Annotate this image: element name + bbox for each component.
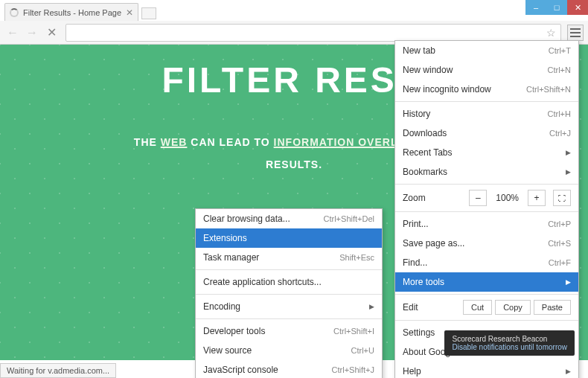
- menu-edit-row: Edit Cut Copy Paste: [395, 297, 578, 318]
- menu-separator: [395, 211, 578, 212]
- menu-separator: [196, 294, 382, 295]
- tab-close-icon[interactable]: ✕: [126, 7, 133, 18]
- menu-find[interactable]: Find...Ctrl+F: [395, 253, 578, 272]
- minimize-button[interactable]: –: [525, 0, 546, 15]
- titlebar: Filter Results - Home Page ✕ – □ ✕: [0, 0, 588, 21]
- fullscreen-button[interactable]: ⛶: [553, 190, 571, 206]
- menu-separator: [196, 269, 382, 270]
- notification-toast[interactable]: Scorecard Research Beacon Disable notifi…: [444, 330, 575, 356]
- chrome-menu-button[interactable]: [567, 25, 584, 41]
- web-link[interactable]: WEB: [161, 136, 188, 148]
- submenu-js-console[interactable]: JavaScript consoleCtrl+Shift+J: [196, 360, 382, 378]
- loading-spinner-icon: [10, 8, 19, 17]
- menu-history[interactable]: HistoryCtrl+H: [395, 104, 578, 124]
- submenu-extensions[interactable]: Extensions: [196, 228, 382, 248]
- maximize-button[interactable]: □: [546, 0, 567, 15]
- address-input[interactable]: [71, 28, 546, 38]
- menu-zoom-row: Zoom – 100% + ⛶: [395, 187, 578, 209]
- omnibox[interactable]: ☆: [65, 24, 561, 42]
- menu-recent-tabs[interactable]: Recent Tabs▶: [395, 143, 578, 162]
- chevron-right-icon: ▶: [369, 303, 374, 310]
- chrome-main-menu: New tabCtrl+T New windowCtrl+N New incog…: [394, 40, 579, 378]
- submenu-clear-data[interactable]: Clear browsing data...Ctrl+Shift+Del: [196, 209, 382, 228]
- page-subheading-line2: RESULTS.: [266, 158, 322, 170]
- zoom-in-button[interactable]: +: [528, 190, 546, 206]
- menu-separator: [395, 294, 578, 295]
- menu-separator: [395, 320, 578, 321]
- submenu-encoding[interactable]: Encoding▶: [196, 297, 382, 316]
- sub-text: THE: [134, 136, 161, 148]
- sub-text: CAN LEAD TO: [187, 136, 273, 148]
- zoom-label: Zoom: [403, 193, 426, 203]
- page-heading: FILTER RESU: [162, 60, 426, 100]
- edit-label: Edit: [403, 302, 418, 313]
- submenu-view-source[interactable]: View sourceCtrl+U: [196, 341, 382, 360]
- menu-help[interactable]: Help▶: [395, 362, 578, 378]
- menu-new-tab[interactable]: New tabCtrl+T: [395, 41, 578, 60]
- menu-separator: [395, 184, 578, 185]
- browser-tab[interactable]: Filter Results - Home Page ✕: [4, 3, 138, 21]
- menu-downloads[interactable]: DownloadsCtrl+J: [395, 124, 578, 143]
- new-tab-button[interactable]: [141, 7, 156, 19]
- chevron-right-icon: ▶: [566, 368, 571, 375]
- bookmark-star-icon[interactable]: ☆: [546, 27, 556, 39]
- status-bar: Waiting for v.admedia.com...: [0, 363, 116, 378]
- forward-button[interactable]: →: [24, 25, 40, 41]
- window-controls: – □ ✕: [525, 0, 588, 15]
- submenu-task-manager[interactable]: Task managerShift+Esc: [196, 248, 382, 267]
- zoom-level: 100%: [490, 193, 525, 203]
- menu-separator: [196, 318, 382, 319]
- menu-save-as[interactable]: Save page as...Ctrl+S: [395, 234, 578, 253]
- chevron-right-icon: ▶: [566, 168, 571, 176]
- close-window-button[interactable]: ✕: [567, 0, 588, 15]
- stop-reload-button[interactable]: ✕: [43, 25, 60, 41]
- toast-title: Scorecard Research Beacon: [452, 335, 567, 343]
- menu-new-incognito[interactable]: New incognito windowCtrl+Shift+N: [395, 80, 578, 99]
- menu-new-window[interactable]: New windowCtrl+N: [395, 60, 578, 80]
- menu-separator: [395, 101, 578, 102]
- chevron-right-icon: ▶: [566, 278, 571, 286]
- toast-action[interactable]: Disable notifications until tomorrow: [452, 343, 567, 351]
- submenu-create-shortcuts[interactable]: Create application shortcuts...: [196, 272, 382, 292]
- back-button[interactable]: ←: [4, 25, 21, 41]
- paste-button[interactable]: Paste: [534, 300, 571, 315]
- menu-bookmarks[interactable]: Bookmarks▶: [395, 162, 578, 182]
- status-text: Waiting for v.admedia.com...: [7, 366, 109, 375]
- copy-button[interactable]: Copy: [495, 300, 531, 315]
- cut-button[interactable]: Cut: [463, 300, 492, 315]
- tab-title: Filter Results - Home Page: [23, 8, 121, 17]
- more-tools-submenu: Clear browsing data...Ctrl+Shift+Del Ext…: [195, 208, 383, 378]
- submenu-dev-tools[interactable]: Developer toolsCtrl+Shift+I: [196, 321, 382, 341]
- menu-print[interactable]: Print...Ctrl+P: [395, 214, 578, 234]
- zoom-out-button[interactable]: –: [469, 190, 487, 206]
- menu-more-tools[interactable]: More tools▶: [395, 272, 578, 292]
- chevron-right-icon: ▶: [566, 149, 571, 156]
